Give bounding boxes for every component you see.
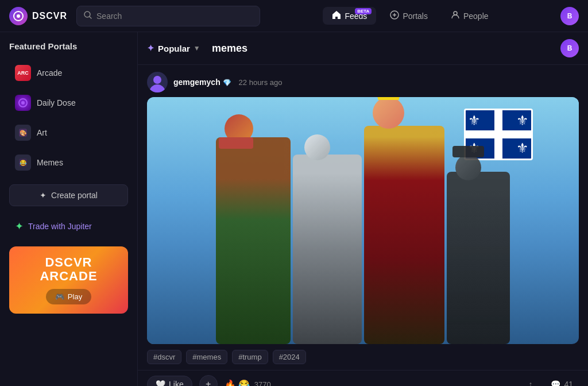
svg-line-3 <box>90 17 91 18</box>
feed-user-avatar[interactable]: B <box>560 39 579 57</box>
search-placeholder: Search <box>96 11 122 21</box>
nav-item-feeds[interactable]: Feeds BETA <box>323 7 376 25</box>
svg-point-4 <box>454 11 457 15</box>
search-icon <box>84 11 92 21</box>
logo-area[interactable]: DSCVR <box>9 7 67 25</box>
svg-text:😂: 😂 <box>20 159 27 167</box>
play-icon: 🎮 <box>55 292 64 301</box>
art-icon: 🎨 <box>15 125 31 141</box>
memes-label: Memes <box>37 158 63 167</box>
portals-label: Portals <box>403 11 428 21</box>
sparkle-icon-filter: ✦ <box>147 43 154 53</box>
people-icon <box>451 10 460 21</box>
post-actions: 🤍 Like + 🔥 😂 3770 ↑ <box>138 370 588 386</box>
tag-dscvr[interactable]: #dscvr <box>147 350 181 364</box>
action-right: ↑ 💬 41 <box>523 376 579 386</box>
post-author-info: gemgemych 💎 22 hours ago <box>173 77 283 87</box>
post-author-avatar <box>147 72 168 92</box>
home-icon <box>332 10 341 21</box>
nav-item-portals[interactable]: Portals <box>381 7 437 25</box>
post-card: gemgemych 💎 22 hours ago ⚜ ⚜ <box>138 65 588 386</box>
emoji-reactions: 🔥 😂 3770 <box>225 379 271 387</box>
dscvr-logo-icon <box>9 7 28 25</box>
post-header: ✦ Popular ▼ memes B <box>138 32 588 65</box>
user-avatar[interactable]: B <box>560 7 579 25</box>
art-label: Art <box>37 128 47 137</box>
memes-icon: 😂 <box>15 155 31 171</box>
sparkle-icon: ✦ <box>40 191 47 200</box>
add-reaction-button[interactable]: + <box>199 375 218 386</box>
svg-text:🎨: 🎨 <box>20 129 27 137</box>
verified-icon: 💎 <box>223 79 231 87</box>
like-label: Like <box>169 380 184 386</box>
tag-trump[interactable]: #trump <box>232 350 268 364</box>
sidebar: Featured Portals ARC Arcade Daily Dose <box>0 32 138 386</box>
daily-dose-label: Daily Dose <box>37 98 76 107</box>
arcade-card[interactable]: DSCVR ARCADE 🎮 Play <box>9 246 128 314</box>
comment-button[interactable]: 💬 41 <box>545 376 579 386</box>
post-tags: #dscvr #memes #trump #2024 <box>138 344 588 370</box>
sidebar-item-memes[interactable]: 😂 Memes <box>9 150 128 175</box>
nav-center: Feeds BETA Portals People <box>269 7 551 25</box>
create-portal-label: Create portal <box>51 191 98 200</box>
people-label: People <box>463 11 489 21</box>
main-layout: Featured Portals ARC Arcade Daily Dose <box>0 32 588 386</box>
svg-point-6 <box>21 101 25 105</box>
sidebar-item-art[interactable]: 🎨 Art <box>9 120 128 145</box>
reaction-count: 3770 <box>254 380 271 387</box>
chevron-down-icon: ▼ <box>194 44 200 52</box>
daily-dose-icon <box>15 95 31 111</box>
svg-point-11 <box>153 76 161 84</box>
content-area: ✦ Popular ▼ memes B gemgemych 💎 <box>138 32 588 386</box>
like-button[interactable]: 🤍 Like <box>147 376 192 386</box>
sidebar-title: Featured Portals <box>9 41 128 51</box>
tag-2024[interactable]: #2024 <box>273 350 306 364</box>
play-label: Play <box>68 292 82 301</box>
search-bar[interactable]: Search <box>76 6 260 26</box>
filter-label: Popular <box>158 44 190 53</box>
figure-2 <box>293 155 362 344</box>
post-image: ⚜ ⚜ ⚜ ⚜ <box>147 97 579 344</box>
figure-4 <box>447 172 510 344</box>
portals-icon <box>390 10 399 21</box>
sidebar-item-daily-dose[interactable]: Daily Dose <box>9 90 128 115</box>
figure-3 <box>364 126 444 344</box>
arcade-label: Arcade <box>37 68 62 78</box>
trade-jupiter-text: Trade with Jupiter <box>28 222 92 231</box>
action-left: 🤍 Like + 🔥 😂 3770 <box>147 375 271 386</box>
nav-item-people[interactable]: People <box>442 7 498 25</box>
heart-icon: 🤍 <box>156 380 165 386</box>
feed-filter[interactable]: ✦ Popular ▼ memes <box>147 43 247 55</box>
create-portal-button[interactable]: ✦ Create portal <box>9 184 128 206</box>
share-icon: ↑ <box>528 380 532 386</box>
arcade-card-title: DSCVR ARCADE <box>18 256 119 283</box>
comment-count: 41 <box>564 380 573 386</box>
post-image-container: ⚜ ⚜ ⚜ ⚜ <box>147 97 579 344</box>
comment-icon: 💬 <box>551 380 560 386</box>
arcade-icon: ARC <box>15 65 31 81</box>
svg-point-1 <box>17 14 20 18</box>
category-label: memes <box>212 43 247 55</box>
arcade-play-button[interactable]: 🎮 Play <box>46 289 91 304</box>
beta-badge: BETA <box>355 8 372 14</box>
topnav: DSCVR Search Feeds BETA <box>0 0 588 32</box>
share-button[interactable]: ↑ <box>523 376 538 386</box>
figure-1 <box>216 137 291 344</box>
logo-text: DSCVR <box>32 11 67 21</box>
plus-icon: + <box>206 379 211 386</box>
meme-figures <box>147 122 579 344</box>
fire-emoji: 🔥 <box>225 379 236 387</box>
sidebar-item-arcade[interactable]: ARC Arcade <box>9 60 128 86</box>
tag-memes[interactable]: #memes <box>186 350 227 364</box>
nav-right: B <box>560 7 579 25</box>
jupiter-icon: ✦ <box>15 220 24 233</box>
trade-jupiter-link[interactable]: ✦ Trade with Jupiter <box>9 215 128 237</box>
post-time: 22 hours ago <box>239 78 283 87</box>
laugh-emoji: 😂 <box>238 379 250 387</box>
post-author-name: gemgemych <box>173 78 220 87</box>
post-meta: gemgemych 💎 22 hours ago <box>138 65 588 97</box>
